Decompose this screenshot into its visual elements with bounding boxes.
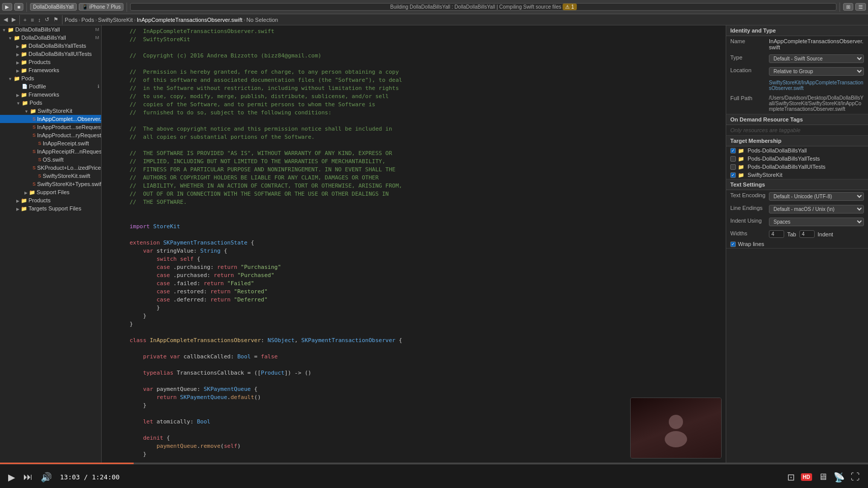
total-time: 1:24:00: [92, 473, 120, 481]
add-button[interactable]: +: [22, 17, 28, 23]
target-pods-tests: 📁 Pods-DollaDollaBillsYallTests: [726, 155, 868, 163]
screen-icon[interactable]: 🖥: [818, 472, 827, 482]
airplay-icon[interactable]: 📡: [833, 472, 845, 483]
forward-button[interactable]: ▶: [10, 16, 17, 23]
sidebar-label: Products: [28, 197, 50, 203]
checkbox-pods-uitests[interactable]: [730, 164, 736, 170]
code-line: [102, 60, 726, 68]
type-select[interactable]: Default - Swift Source: [769, 54, 864, 63]
sidebar-item-frameworks2[interactable]: 📁 Frameworks: [0, 90, 101, 99]
sidebar-item-pods-group[interactable]: 📁 Pods: [0, 99, 101, 107]
line-endings-select[interactable]: Default - macOS / Unix (\n): [769, 205, 864, 214]
sidebar-item-uitests[interactable]: 📁 DollaDollaBillsYallUITests: [0, 50, 101, 58]
code-line: // SwiftyStoreKit: [102, 36, 726, 44]
full-path-row: Full Path /Users/Davidson/Desktop/DollaD…: [726, 93, 868, 114]
warning-badge: ⚠ 1: [563, 4, 576, 10]
code-line: // THE SOFTWARE.: [102, 198, 726, 206]
build-status-text: Building DollaDollaBillsYall : DollaDoll…: [390, 4, 562, 10]
code-line: // Permission is hereby granted, free of…: [102, 68, 726, 76]
volume-button[interactable]: 🔊: [41, 472, 52, 483]
breadcrumb-pods2[interactable]: Pods: [81, 17, 94, 23]
sidebar-item-targets-support[interactable]: 📁 Targets Support Files: [0, 204, 101, 212]
run-button[interactable]: ▶: [2, 3, 12, 11]
wrap-lines-label: Wrap lines: [738, 241, 764, 247]
sidebar-item-inapp-restore-req[interactable]: S InAppProduct...ryRequest.swift: [0, 131, 101, 139]
sidebar-item-swiftykit[interactable]: S SwiftyStoreKit.swift: [0, 172, 101, 180]
sidebar-item-root-project[interactable]: 📁 DollaDollaBillsYall M: [0, 25, 101, 34]
video-progress-bar[interactable]: [0, 463, 868, 464]
sidebar-label: SKProduct+Lo...izedPrice.swift: [37, 165, 102, 171]
target-membership-section: Target Membership 📁 Pods-DollaDollaBills…: [726, 136, 868, 179]
checkbox-swiftykit[interactable]: [730, 172, 736, 178]
refresh-button[interactable]: ↺: [43, 16, 51, 23]
build-status: Building DollaDollaBillsYall : DollaDoll…: [130, 3, 836, 11]
code-line: // furnished to do so, subject to the fo…: [102, 109, 726, 117]
wrap-lines-checkbox[interactable]: [730, 241, 736, 247]
code-line: [102, 117, 726, 125]
view-toggle[interactable]: ☰: [855, 3, 866, 11]
current-time: 13:03: [60, 473, 80, 481]
indent-using-row: Indent Using Spaces: [726, 216, 868, 228]
sidebar-item-swiftykit-types[interactable]: S SwiftyStoreKit+Types.swift: [0, 180, 101, 188]
code-line: [102, 377, 726, 385]
sidebar-item-inapp-receipt[interactable]: S InAppReceipt.swift: [0, 139, 101, 147]
fullscreen-icon[interactable]: ⛶: [851, 472, 860, 482]
encoding-select[interactable]: Default - Unicode (UTF-8): [769, 192, 864, 201]
sidebar-item-products2[interactable]: 📁 Products: [0, 196, 101, 204]
play-pause-button[interactable]: ▶: [8, 472, 15, 483]
sidebar-item-frameworks1[interactable]: 📁 Frameworks: [0, 66, 101, 74]
sidebar-item-skproduct[interactable]: S SKProduct+Lo...izedPrice.swift: [0, 164, 101, 172]
breadcrumb-swifty[interactable]: SwiftyStoreKit: [98, 17, 133, 23]
device-selector[interactable]: 📱 iPhone 7 Plus: [79, 3, 124, 11]
sidebar-item-pods-root[interactable]: 📁 Pods: [0, 74, 101, 82]
sidebar-label: DollaDollaBillsYallUITests: [28, 51, 92, 57]
sidebar-label: SwiftyStoreKit.swift: [43, 173, 90, 179]
skip-forward-button[interactable]: ⏭: [23, 472, 33, 482]
filter-button[interactable]: ≡: [29, 17, 35, 23]
secondary-toolbar: ◀ ▶ + ≡ ↕ ↺ ⚑ Pods › Pods › SwiftyStoreK…: [0, 14, 868, 25]
name-value: InAppCompleteTransactionsObserver.swift: [769, 38, 864, 50]
tab-width-input[interactable]: [769, 230, 784, 238]
sort-button[interactable]: ↕: [37, 17, 43, 23]
modified-badge: M: [96, 27, 100, 32]
issue-button[interactable]: ⚑: [52, 16, 60, 23]
sidebar-item-inapp-observer[interactable]: S InAppComplet...Observer.swift: [0, 115, 101, 123]
breadcrumb-selection[interactable]: No Selection: [246, 17, 278, 23]
target-pods-uitests: 📁 Pods-DollaDollaBillsYallUITests: [726, 163, 868, 171]
sidebar-label: Targets Support Files: [28, 205, 81, 211]
sidebar-item-inapp-purchase-req[interactable]: S InAppProduct...seRequest.swift: [0, 123, 101, 131]
hd-badge[interactable]: HD: [801, 473, 812, 481]
indent-using-select[interactable]: Spaces: [769, 218, 864, 226]
sidebar-item-tests[interactable]: 📁 DollaDollaBillsYallTests: [0, 42, 101, 50]
text-settings-header: Text Settings: [726, 179, 868, 190]
editor-toggle[interactable]: ⊞: [843, 3, 853, 11]
video-controls-bar: ▶ ⏭ 🔊 13:03 / 1:24:00 ⊡ HD 🖥 📡 ⛶: [0, 464, 868, 488]
code-line: [102, 44, 726, 52]
breadcrumb-pods1[interactable]: Pods: [65, 17, 77, 23]
modified-badge: M: [96, 35, 100, 40]
sidebar-item-support-files[interactable]: 📁 Support Files: [0, 188, 101, 196]
sidebar-item-podfile[interactable]: 📄 Podfile ℹ: [0, 82, 101, 90]
target-label: Pods-DollaDollaBillsYallTests: [748, 156, 820, 162]
project-name[interactable]: DollaDollaBillsYall: [30, 3, 77, 11]
stop-button[interactable]: ■: [14, 3, 23, 11]
code-editor[interactable]: // InAppCompleteTransactionsObserver.swi…: [102, 25, 726, 463]
expand-icon: [8, 35, 14, 41]
sidebar-item-os[interactable]: S OS.swift: [0, 156, 101, 164]
on-demand-header: On Demand Resource Tags: [726, 114, 868, 125]
code-line: // in the Software without restriction, …: [102, 84, 726, 93]
sidebar-item-inapp-receipt-r[interactable]: S InAppReceiptR...nRequest.swift: [0, 147, 101, 156]
right-video-controls: ⊡ HD 🖥 📡 ⛶: [787, 472, 860, 483]
indent-width-input[interactable]: [799, 230, 815, 238]
location-select[interactable]: Relative to Group: [769, 67, 864, 76]
checkbox-pods-tests[interactable]: [730, 156, 736, 162]
checkbox-pods-main[interactable]: [730, 148, 736, 154]
sidebar-label: DollaDollaBillsYall: [21, 35, 66, 41]
breadcrumb-file[interactable]: InAppCompleteTransactionsObserver.swift: [137, 17, 242, 23]
back-button[interactable]: ◀: [2, 16, 9, 23]
subtitles-icon[interactable]: ⊡: [787, 472, 795, 483]
sidebar-item-main-group[interactable]: 📁 DollaDollaBillsYall M: [0, 34, 101, 42]
inspector-panel: Identity and Type Name InAppCompleteTran…: [726, 25, 868, 463]
sidebar-item-swiftystorekit[interactable]: 📁 SwiftyStoreKit: [0, 107, 101, 115]
sidebar-item-products[interactable]: 📁 Products: [0, 58, 101, 66]
